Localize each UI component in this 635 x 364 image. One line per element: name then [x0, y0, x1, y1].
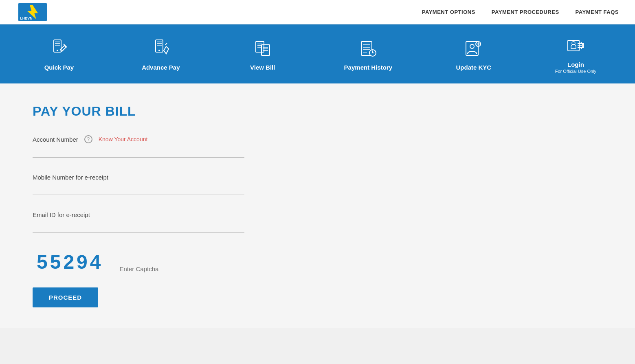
- update-kyc-icon: [462, 37, 485, 60]
- advance-pay-icon: [149, 37, 172, 60]
- help-icon: ?: [84, 135, 92, 143]
- quick-pay-label: Quick Pay: [44, 64, 74, 71]
- logo-icon: LHBVN: [18, 3, 47, 21]
- svg-point-7: [57, 50, 58, 51]
- nav-payment-procedures[interactable]: PAYMENT PROCEDURES: [492, 9, 559, 15]
- mobile-label-row: Mobile Number for e-receipt: [33, 174, 277, 181]
- nav-item-login[interactable]: Login For Official Use Only: [547, 31, 604, 78]
- top-nav: PAYMENT OPTIONS PAYMENT PROCEDURES PAYME…: [422, 9, 619, 15]
- email-label-row: Email ID for e-receipt: [33, 211, 277, 218]
- svg-point-29: [470, 44, 474, 48]
- blue-nav-bar: Quick Pay Advance Pay: [0, 24, 635, 83]
- nav-item-quick-pay[interactable]: Quick Pay: [31, 33, 88, 75]
- svg-rect-33: [568, 40, 579, 51]
- captcha-display: 55294: [33, 249, 107, 275]
- nav-item-update-kyc[interactable]: Update KYC: [445, 33, 502, 75]
- svg-text:LHBVN: LHBVN: [20, 16, 32, 20]
- mobile-number-group: Mobile Number for e-receipt: [33, 174, 277, 195]
- nav-item-payment-history[interactable]: Payment History: [336, 33, 400, 75]
- svg-rect-15: [261, 45, 270, 55]
- view-bill-label: View Bill: [250, 64, 275, 71]
- proceed-button[interactable]: PROCEED: [33, 287, 98, 307]
- update-kyc-label: Update KYC: [456, 64, 492, 71]
- captcha-row: 55294: [33, 249, 277, 275]
- mobile-number-label: Mobile Number for e-receipt: [33, 174, 108, 181]
- account-number-group: Account Number ? Know Your Account: [33, 135, 277, 158]
- login-label: Login: [567, 61, 584, 68]
- logo: LHBVN: [16, 2, 49, 22]
- mobile-number-input[interactable]: [33, 183, 244, 195]
- email-group: Email ID for e-receipt: [33, 211, 277, 232]
- account-number-input[interactable]: [33, 145, 244, 158]
- payment-history-label: Payment History: [344, 64, 392, 71]
- view-bill-icon: [251, 37, 274, 60]
- svg-rect-14: [256, 42, 264, 52]
- nav-item-advance-pay[interactable]: Advance Pay: [132, 33, 189, 75]
- advance-pay-label: Advance Pay: [142, 64, 180, 71]
- main-content: PAY YOUR BILL Account Number ? Know Your…: [0, 83, 635, 328]
- pay-bill-form: Account Number ? Know Your Account Mobil…: [33, 135, 277, 307]
- know-account-link[interactable]: Know Your Account: [99, 136, 148, 143]
- login-sublabel: For Official Use Only: [555, 69, 596, 74]
- page-title: PAY YOUR BILL: [33, 104, 602, 119]
- payment-history-icon: [357, 37, 379, 60]
- account-number-row: Account Number ? Know Your Account: [33, 135, 277, 143]
- svg-point-13: [158, 50, 160, 51]
- email-label: Email ID for e-receipt: [33, 211, 90, 218]
- nav-payment-options[interactable]: PAYMENT OPTIONS: [422, 9, 475, 15]
- logo-area: LHBVN: [16, 2, 49, 22]
- account-number-label: Account Number: [33, 136, 78, 143]
- login-icon: [565, 35, 587, 57]
- quick-pay-icon: [48, 37, 70, 60]
- email-input[interactable]: [33, 220, 244, 232]
- header: LHBVN PAYMENT OPTIONS PAYMENT PROCEDURES…: [0, 0, 635, 24]
- captcha-input[interactable]: [119, 263, 217, 275]
- nav-payment-faqs[interactable]: PAYMENT FAQS: [576, 9, 619, 15]
- nav-item-view-bill[interactable]: View Bill: [234, 33, 291, 75]
